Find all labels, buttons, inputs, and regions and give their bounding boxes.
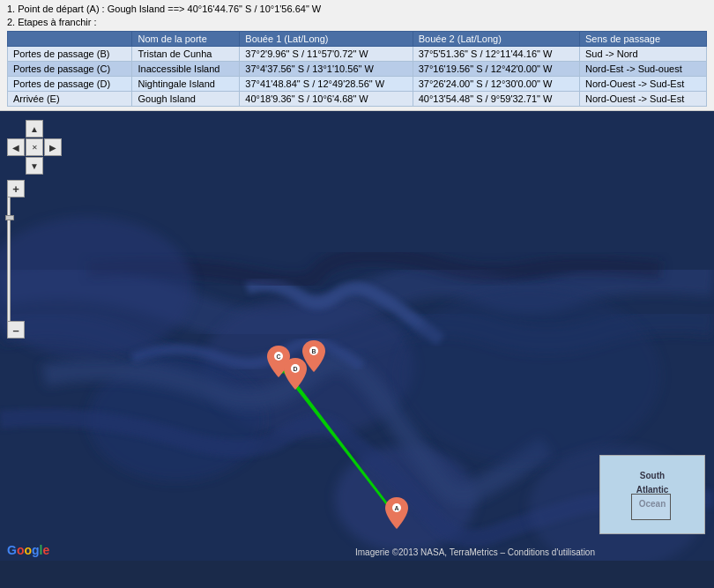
route-sens: Nord-Est -> Sud-ouest: [580, 62, 707, 77]
route-bouee1: 37°41'48.84" S / 12°49'28.56" W: [240, 77, 413, 92]
map-container[interactable]: A B C D ▲ ◀: [0, 111, 714, 561]
route-bouee2: 37°5'51.36" S / 12°11'44.16" W: [413, 47, 579, 62]
table-row[interactable]: Portes de passage (B) Tristan de Cunha 3…: [8, 47, 707, 62]
route-bouee1: 37°4'37.56" S / 13°1'10.56" W: [240, 62, 413, 77]
col-header-sens: Sens de passage: [580, 32, 707, 47]
route-nom: Inaccessible Island: [132, 62, 240, 77]
zoom-out-button[interactable]: –: [7, 321, 25, 339]
table-row[interactable]: Portes de passage (D) Nightingale Island…: [8, 77, 707, 92]
nav-right-button[interactable]: ▶: [44, 138, 62, 156]
route-bouee2: 37°16'19.56" S / 12°42'0.00" W: [413, 62, 579, 77]
nav-left-button[interactable]: ◀: [7, 138, 25, 156]
nav-center-button[interactable]: ✕: [26, 138, 43, 156]
footer-copyright: Imagerie ©2013 NASA, TerraMetrics – Cond…: [355, 547, 595, 557]
map-footer: Google: [7, 543, 49, 557]
svg-text:D: D: [293, 366, 297, 372]
svg-text:A: A: [394, 505, 398, 511]
route-table: Nom de la porte Bouée 1 (Lat/Long) Bouée…: [7, 31, 707, 107]
route-bouee2: 40°13'54.48" S / 9°59'32.71" W: [413, 92, 579, 107]
route-bouee1: 37°2'9.96" S / 11°57'0.72" W: [240, 47, 413, 62]
col-header-empty: [8, 32, 132, 47]
route-nom: Gough Island: [132, 92, 240, 107]
route-nom: Nightingale Island: [132, 77, 240, 92]
route-sens: Nord-Ouest -> Sud-Est: [580, 92, 707, 107]
top-info-panel: 1. Point de départ (A) : Gough Island ==…: [0, 0, 714, 111]
zoom-in-button[interactable]: +: [7, 180, 25, 197]
svg-text:C: C: [276, 354, 280, 360]
col-header-nom: Nom de la porte: [132, 32, 240, 47]
col-header-bouee1: Bouée 1 (Lat/Long): [240, 32, 413, 47]
route-sens: Sud -> Nord: [580, 47, 707, 62]
route-label: Portes de passage (C): [8, 62, 132, 77]
zoom-slider[interactable]: [7, 197, 11, 321]
google-logo: Google: [7, 543, 49, 557]
mini-map: SouthAtlanticOcean: [599, 455, 705, 534]
map-controls: ▲ ◀ ✕ ▶ ▼ + –: [7, 120, 62, 339]
zoom-handle[interactable]: [5, 215, 14, 220]
route-label: Portes de passage (D): [8, 77, 132, 92]
svg-text:B: B: [311, 348, 316, 354]
point-depart: 1. Point de départ (A) : Gough Island ==…: [7, 4, 707, 14]
svg-point-4: [397, 287, 661, 464]
route-sens: Nord-Ouest -> Sud-Est: [580, 77, 707, 92]
route-bouee1: 40°18'9.36" S / 10°6'4.68" W: [240, 92, 413, 107]
table-row[interactable]: Portes de passage (C) Inaccessible Islan…: [8, 62, 707, 77]
nav-down-button[interactable]: ▼: [26, 157, 43, 175]
etapes-label: 2. Etapes à franchir :: [7, 17, 707, 27]
mini-map-viewport-box: [631, 494, 671, 520]
route-label: Arrivée (E): [8, 92, 132, 107]
route-bouee2: 37°26'24.00" S / 12°30'0.00" W: [413, 77, 579, 92]
nav-up-button[interactable]: ▲: [26, 120, 43, 138]
route-label: Portes de passage (B): [8, 47, 132, 62]
table-row[interactable]: Arrivée (E) Gough Island 40°18'9.36" S /…: [8, 92, 707, 107]
col-header-bouee2: Bouée 2 (Lat/Long): [413, 32, 579, 47]
route-nom: Tristan de Cunha: [132, 47, 240, 62]
